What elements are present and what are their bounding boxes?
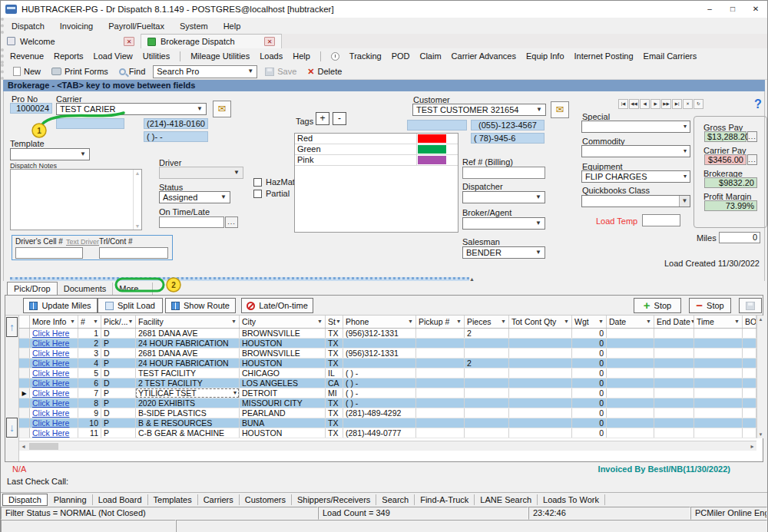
filter-arrow-icon[interactable]: ▼ [456, 316, 462, 328]
column-header-city[interactable]: City▼ [240, 316, 326, 328]
scroll-right-icon[interactable]: ▸ [748, 443, 756, 450]
tab-close-icon[interactable]: ✕ [264, 37, 275, 46]
cell-link[interactable]: Click Here [30, 378, 78, 388]
special-combobox[interactable]: ▾ [581, 121, 690, 133]
scrollbar[interactable]: ▲▼ [133, 170, 141, 230]
column-header-tot-cont-qty[interactable]: Tot Cont Qty▼ [509, 316, 572, 328]
scroll-left-icon[interactable]: ◂ [19, 443, 28, 450]
delete-button[interactable]: ✕Delete [304, 67, 345, 77]
table-row[interactable]: Click Here4P24 HOUR FABRICATIONHOUSTONTX… [19, 359, 756, 368]
column-header-pieces[interactable]: Pieces▼ [465, 316, 509, 328]
table-row[interactable]: ▶Click Here7PYTILICAF TSET▾DETROITMI( ) … [19, 388, 756, 398]
filter-arrow-icon[interactable]: ▼ [317, 316, 323, 328]
driver-combobox[interactable]: ▼ [159, 167, 243, 179]
bottom-tab-carriers[interactable]: Carriers [198, 494, 240, 505]
bottom-tab-lane-search[interactable]: LANE Search [475, 494, 538, 505]
filter-arrow-icon[interactable]: ▼ [501, 316, 506, 328]
more-info-link[interactable]: Click Here [32, 388, 69, 398]
load-temp-input[interactable] [642, 214, 680, 226]
carrier-pay-ellipsis-button[interactable]: ... [747, 154, 757, 165]
move-stop-down-button[interactable]: ↓ [6, 418, 18, 438]
remove-stop-button[interactable]: −Stop [689, 298, 731, 313]
split-load-button[interactable]: Split Load [98, 298, 163, 313]
column-header-[interactable]: #▼ [78, 316, 101, 328]
bottom-tab-templates[interactable]: Templates [148, 494, 198, 505]
bottom-tab-planning[interactable]: Planning [48, 494, 93, 505]
checkbox-icon[interactable] [253, 190, 262, 198]
checkbox-icon[interactable] [253, 178, 262, 187]
customer-phone-field[interactable]: (055)-123-4567 [471, 120, 545, 131]
ribbon-item-revenue[interactable]: Revenue [10, 51, 44, 61]
filter-arrow-icon[interactable]: ▼ [231, 316, 237, 328]
ontime-ellipsis-button[interactable]: ... [225, 216, 238, 228]
customer-combobox[interactable]: TEST CUSTOMER 321654▼ [412, 104, 546, 116]
tag-row[interactable]: Pink [295, 155, 458, 166]
carrier-contact-field[interactable] [56, 118, 124, 129]
ontime-late-input[interactable] [159, 216, 224, 228]
scrollbar-thumb[interactable] [29, 443, 58, 450]
cell-link[interactable]: Click Here [30, 418, 78, 428]
salesman-combobox[interactable]: BENDER▼ [462, 246, 545, 259]
more-info-link[interactable]: Click Here [32, 418, 69, 428]
pro-no-field[interactable]: 1000024 [10, 103, 52, 114]
carrier-phone-field[interactable]: (214)-418-0160 [144, 118, 208, 129]
customer-contact-field[interactable] [407, 120, 467, 131]
cell-link[interactable]: Click Here [30, 349, 78, 358]
add-stop-button[interactable]: +Stop [634, 298, 681, 313]
column-header-wgt[interactable]: Wgt▼ [572, 316, 607, 328]
column-header-time[interactable]: Time▼ [694, 316, 743, 328]
broker-agent-combobox[interactable]: ▼ [462, 217, 545, 230]
menu-dispatch[interactable]: Dispatch [12, 21, 45, 31]
subtab-more[interactable]: More... [113, 283, 152, 295]
ribbon-item-internet-posting[interactable]: Internet Posting [574, 51, 634, 61]
filter-arrow-icon[interactable]: ▼ [646, 316, 651, 328]
ribbon-item-email-carriers[interactable]: Email Carriers [644, 51, 697, 61]
filter-arrow-icon[interactable]: ▼ [734, 316, 740, 328]
filter-arrow-icon[interactable]: ▼ [408, 316, 413, 328]
template-combobox[interactable]: ▼ [10, 148, 90, 160]
table-row[interactable]: Click Here1D2681 DANA AVEBROWNSVILLETX(9… [19, 329, 756, 339]
subtab-documents[interactable]: Documents [58, 283, 114, 295]
cell-link[interactable]: Click Here [30, 388, 78, 398]
ribbon-item-equip-info[interactable]: Equip Info [526, 51, 564, 61]
ribbon-item-load-view[interactable]: Load View [94, 51, 133, 61]
more-info-link[interactable]: Click Here [32, 368, 69, 378]
bottom-tab-customers[interactable]: Customers [240, 494, 292, 505]
cell-link[interactable]: Click Here [30, 408, 78, 418]
dispatch-notes-textarea[interactable]: ▲▼ [10, 169, 142, 230]
carrier-phone2-field[interactable]: ( )- - [144, 131, 208, 142]
nav-prev-icon[interactable]: ◀ [640, 99, 650, 109]
column-header-more-info[interactable]: More Info▼ [30, 316, 78, 328]
menu-payroll-fueltax[interactable]: Payroll/Fueltax [108, 21, 164, 31]
miles-input[interactable]: 0 [719, 232, 760, 243]
tag-row[interactable]: Green [295, 144, 458, 155]
bottom-tab-shippers-receivers[interactable]: Shippers/Receivers [292, 494, 376, 505]
facility-edit-combobox[interactable]: YTILICAF TSET▾ [136, 388, 239, 398]
table-row[interactable]: Click Here10PB & E RESOURCESBUNATX0 [19, 418, 756, 428]
more-info-link[interactable]: Click Here [32, 398, 69, 408]
table-row[interactable]: Click Here3D2681 DANA AVEBROWNSVILLETX(9… [19, 349, 756, 359]
nav-delete-icon[interactable]: ✕ [683, 99, 693, 109]
table-row[interactable]: Click Here2P24 HOUR FABRICATIONHOUSTONTX… [19, 339, 756, 349]
maximize-icon[interactable]: □ [721, 1, 744, 18]
more-info-link[interactable]: Click Here [32, 359, 69, 368]
column-header-phone[interactable]: Phone▼ [343, 316, 416, 328]
ribbon-item-mileage-utilities[interactable]: Mileage Utilities [190, 51, 250, 61]
minimize-icon[interactable]: – [698, 1, 721, 18]
scroll-up-icon[interactable]: ▲ [757, 316, 764, 323]
nav-next-icon[interactable]: ▶ [650, 99, 660, 109]
update-miles-button[interactable]: Update Miles [23, 298, 98, 313]
menu-system[interactable]: System [180, 21, 208, 31]
ribbon-item-claim[interactable]: Claim [419, 51, 441, 61]
grid-save-button[interactable] [739, 298, 762, 313]
filter-arrow-icon[interactable]: ▼ [598, 316, 604, 328]
nav-refresh-icon[interactable]: ↻ [694, 99, 703, 109]
ribbon-item-utilities[interactable]: Utilities [143, 51, 170, 61]
table-row[interactable]: Click Here11PC-B GEAR & MACHINEHOUSTONTX… [19, 428, 756, 438]
search-pro-combobox[interactable]: Search Pro▼ [153, 65, 257, 78]
table-row[interactable]: Click Here6D2 TEST FACILITYLOS ANGELESCA… [19, 378, 756, 388]
cell-link[interactable]: Click Here [30, 339, 78, 348]
ribbon-item-help[interactable]: Help [293, 51, 310, 61]
nav-last-icon[interactable]: ▶| [672, 99, 682, 109]
late-ontime-button[interactable]: Late/On-time [241, 298, 313, 313]
